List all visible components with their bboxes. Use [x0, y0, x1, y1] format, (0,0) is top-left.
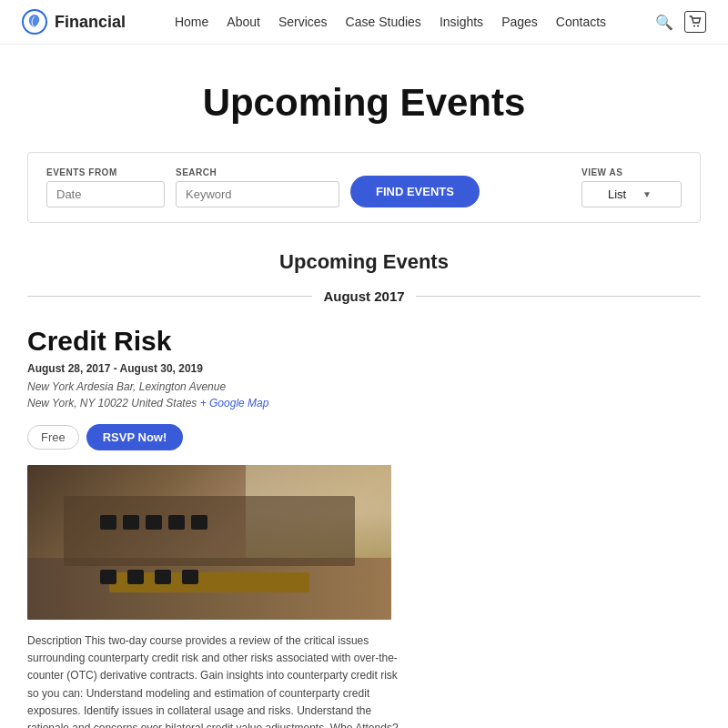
events-from-label: EVENTS FROM: [46, 167, 165, 177]
event-location-line1: New York Ardesia Bar, Lexington Avenue: [27, 380, 226, 393]
event-location: New York Ardesia Bar, Lexington Avenue N…: [27, 379, 701, 411]
logo-icon: [22, 9, 47, 35]
main-nav: Home About Services Case Studies Insight…: [175, 14, 606, 30]
list-view-icon: [592, 193, 602, 197]
chair-2: [123, 515, 139, 530]
nav-right: 🔍: [655, 11, 706, 33]
filter-bar: EVENTS FROM SEARCH FIND EVENTS VIEW AS L…: [27, 152, 701, 223]
event-description: Description This two-day course provides…: [27, 632, 410, 728]
view-as-select[interactable]: List ▼: [581, 181, 682, 207]
find-events-button[interactable]: FIND EVENTS: [350, 176, 480, 207]
search-group: SEARCH: [176, 167, 339, 207]
main-content: Upcoming Events August 2017 Credit Risk …: [0, 223, 728, 728]
view-as-label: VIEW AS: [581, 167, 682, 177]
header: Financial Home About Services Case Studi…: [0, 0, 728, 45]
windows-area: [246, 465, 391, 558]
search-icon[interactable]: 🔍: [655, 14, 673, 31]
nav-item-case-studies[interactable]: Case Studies: [346, 14, 421, 30]
logo-area: Financial: [22, 9, 126, 35]
tag-free: Free: [27, 425, 79, 450]
logo-text: Financial: [55, 13, 126, 32]
view-as-value: List: [608, 187, 637, 201]
search-label: SEARCH: [176, 167, 339, 177]
nav-item-about[interactable]: About: [227, 14, 260, 30]
chair-5: [191, 515, 207, 530]
event-title: Credit Risk: [27, 326, 701, 357]
month-divider: August 2017: [27, 288, 701, 304]
chair-3: [146, 515, 162, 530]
event-image-inner: [27, 465, 391, 620]
chevron-down-icon: ▼: [642, 189, 672, 199]
svg-point-2: [697, 25, 699, 27]
events-from-group: EVENTS FROM: [46, 167, 165, 207]
date-input[interactable]: [46, 181, 165, 207]
chair-1: [100, 515, 116, 530]
month-label: August 2017: [323, 288, 404, 304]
chair-4: [168, 515, 185, 530]
keyword-input[interactable]: [176, 181, 339, 207]
event-location-line2: New York, NY 10022 United States: [27, 397, 197, 410]
view-as-group: VIEW AS List ▼: [581, 167, 682, 207]
rsvp-button[interactable]: RSVP Now!: [86, 424, 184, 450]
event-card: Credit Risk August 28, 2017 - August 30,…: [27, 326, 701, 728]
svg-point-1: [693, 25, 695, 27]
event-tags: Free RSVP Now!: [27, 424, 701, 450]
nav-item-pages[interactable]: Pages: [501, 14, 538, 30]
nav-item-contacts[interactable]: Contacts: [556, 14, 606, 30]
chair-9: [182, 570, 198, 584]
chair-6: [100, 570, 116, 584]
nav-item-insights[interactable]: Insights: [440, 14, 483, 30]
page-title: Upcoming Events: [18, 81, 710, 125]
google-map-link[interactable]: + Google Map: [200, 397, 269, 410]
nav-item-services[interactable]: Services: [278, 14, 328, 30]
event-dates: August 28, 2017 - August 30, 2019: [27, 362, 701, 375]
events-section-title: Upcoming Events: [27, 250, 701, 274]
cart-icon[interactable]: [684, 11, 706, 33]
chair-8: [155, 570, 171, 584]
page-title-section: Upcoming Events: [0, 45, 728, 152]
chair-7: [127, 570, 144, 584]
event-image: [27, 465, 391, 620]
nav-item-home[interactable]: Home: [175, 14, 208, 30]
